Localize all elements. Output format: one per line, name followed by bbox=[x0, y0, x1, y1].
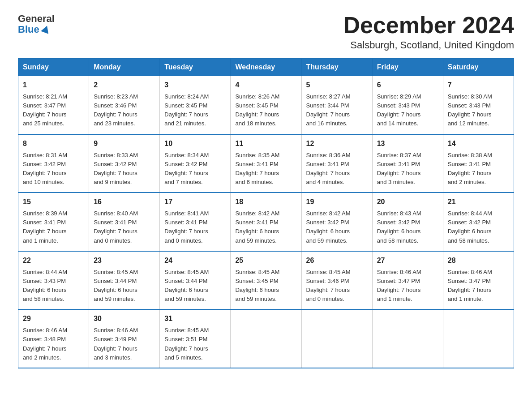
day-number: 28 bbox=[448, 255, 509, 266]
header-day-saturday: Saturday bbox=[443, 59, 514, 76]
logo: General Blue bbox=[18, 13, 55, 35]
day-info: Sunrise: 8:33 AMSunset: 3:42 PMDaylight:… bbox=[94, 151, 155, 187]
calendar-cell: 30Sunrise: 8:46 AMSunset: 3:49 PMDayligh… bbox=[89, 309, 160, 368]
week-row-1: 8Sunrise: 8:31 AMSunset: 3:42 PMDaylight… bbox=[18, 134, 514, 193]
calendar-cell: 24Sunrise: 8:45 AMSunset: 3:44 PMDayligh… bbox=[160, 251, 231, 310]
calendar-cell: 27Sunrise: 8:46 AMSunset: 3:47 PMDayligh… bbox=[372, 251, 443, 310]
day-info: Sunrise: 8:46 AMSunset: 3:49 PMDaylight:… bbox=[94, 326, 155, 362]
calendar-cell: 8Sunrise: 8:31 AMSunset: 3:42 PMDaylight… bbox=[18, 134, 89, 193]
calendar-cell: 26Sunrise: 8:45 AMSunset: 3:46 PMDayligh… bbox=[301, 251, 372, 310]
day-info: Sunrise: 8:24 AMSunset: 3:45 PMDaylight:… bbox=[164, 92, 226, 128]
calendar-cell: 22Sunrise: 8:44 AMSunset: 3:43 PMDayligh… bbox=[18, 251, 89, 310]
calendar-cell: 1Sunrise: 8:21 AMSunset: 3:47 PMDaylight… bbox=[18, 76, 89, 134]
calendar-cell: 15Sunrise: 8:39 AMSunset: 3:41 PMDayligh… bbox=[18, 193, 89, 251]
week-row-0: 1Sunrise: 8:21 AMSunset: 3:47 PMDaylight… bbox=[18, 76, 514, 134]
calendar-cell: 29Sunrise: 8:46 AMSunset: 3:48 PMDayligh… bbox=[18, 309, 89, 368]
day-number: 27 bbox=[377, 255, 438, 266]
header-day-tuesday: Tuesday bbox=[160, 59, 231, 76]
day-number: 23 bbox=[94, 255, 155, 266]
day-info: Sunrise: 8:44 AMSunset: 3:43 PMDaylight:… bbox=[23, 268, 84, 304]
calendar-cell bbox=[372, 309, 443, 368]
calendar-cell bbox=[231, 309, 301, 368]
day-number: 10 bbox=[164, 138, 226, 149]
calendar-cell: 12Sunrise: 8:36 AMSunset: 3:41 PMDayligh… bbox=[301, 134, 372, 193]
calendar-cell bbox=[443, 309, 514, 368]
day-number: 25 bbox=[235, 255, 296, 266]
day-number: 12 bbox=[306, 138, 368, 149]
calendar-cell: 25Sunrise: 8:45 AMSunset: 3:45 PMDayligh… bbox=[231, 251, 301, 310]
day-number: 16 bbox=[94, 197, 155, 207]
calendar-cell: 18Sunrise: 8:42 AMSunset: 3:41 PMDayligh… bbox=[231, 193, 301, 251]
calendar-cell: 17Sunrise: 8:41 AMSunset: 3:41 PMDayligh… bbox=[160, 193, 231, 251]
day-info: Sunrise: 8:31 AMSunset: 3:42 PMDaylight:… bbox=[23, 151, 84, 187]
day-info: Sunrise: 8:46 AMSunset: 3:47 PMDaylight:… bbox=[448, 268, 509, 304]
day-info: Sunrise: 8:21 AMSunset: 3:47 PMDaylight:… bbox=[23, 92, 84, 128]
svg-marker-0 bbox=[41, 25, 51, 34]
calendar-cell: 16Sunrise: 8:40 AMSunset: 3:41 PMDayligh… bbox=[89, 193, 160, 251]
day-number: 2 bbox=[94, 80, 155, 90]
day-number: 8 bbox=[23, 138, 84, 149]
day-number: 1 bbox=[23, 80, 84, 90]
calendar-cell: 14Sunrise: 8:38 AMSunset: 3:41 PMDayligh… bbox=[443, 134, 514, 193]
day-info: Sunrise: 8:45 AMSunset: 3:51 PMDaylight:… bbox=[164, 326, 226, 362]
calendar-cell: 6Sunrise: 8:29 AMSunset: 3:43 PMDaylight… bbox=[372, 76, 443, 134]
day-number: 15 bbox=[23, 197, 84, 207]
day-info: Sunrise: 8:40 AMSunset: 3:41 PMDaylight:… bbox=[94, 209, 155, 245]
day-info: Sunrise: 8:29 AMSunset: 3:43 PMDaylight:… bbox=[377, 92, 438, 128]
title-block: December 2024 Salsburgh, Scotland, Unite… bbox=[343, 13, 514, 51]
day-info: Sunrise: 8:43 AMSunset: 3:42 PMDaylight:… bbox=[377, 209, 438, 245]
calendar-cell: 11Sunrise: 8:35 AMSunset: 3:41 PMDayligh… bbox=[231, 134, 301, 193]
day-number: 3 bbox=[164, 80, 226, 90]
calendar-cell: 3Sunrise: 8:24 AMSunset: 3:45 PMDaylight… bbox=[160, 76, 231, 134]
logo-triangle-icon bbox=[41, 25, 51, 34]
day-info: Sunrise: 8:45 AMSunset: 3:45 PMDaylight:… bbox=[235, 268, 296, 304]
day-number: 19 bbox=[306, 197, 368, 207]
calendar-cell: 4Sunrise: 8:26 AMSunset: 3:45 PMDaylight… bbox=[231, 76, 301, 134]
calendar-table: SundayMondayTuesdayWednesdayThursdayFrid… bbox=[18, 58, 514, 368]
day-info: Sunrise: 8:45 AMSunset: 3:46 PMDaylight:… bbox=[306, 268, 368, 304]
day-number: 30 bbox=[94, 313, 155, 324]
day-info: Sunrise: 8:42 AMSunset: 3:42 PMDaylight:… bbox=[306, 209, 368, 245]
day-number: 7 bbox=[448, 80, 509, 90]
day-number: 17 bbox=[164, 197, 226, 207]
calendar-cell: 7Sunrise: 8:30 AMSunset: 3:43 PMDaylight… bbox=[443, 76, 514, 134]
day-number: 26 bbox=[306, 255, 368, 266]
day-info: Sunrise: 8:34 AMSunset: 3:42 PMDaylight:… bbox=[164, 151, 226, 187]
day-number: 14 bbox=[448, 138, 509, 149]
calendar-cell: 20Sunrise: 8:43 AMSunset: 3:42 PMDayligh… bbox=[372, 193, 443, 251]
calendar-cell: 5Sunrise: 8:27 AMSunset: 3:44 PMDaylight… bbox=[301, 76, 372, 134]
logo-blue-text: Blue bbox=[18, 24, 55, 35]
calendar-cell: 19Sunrise: 8:42 AMSunset: 3:42 PMDayligh… bbox=[301, 193, 372, 251]
calendar-cell: 10Sunrise: 8:34 AMSunset: 3:42 PMDayligh… bbox=[160, 134, 231, 193]
day-info: Sunrise: 8:46 AMSunset: 3:47 PMDaylight:… bbox=[377, 268, 438, 304]
page-header: General Blue December 2024 Salsburgh, Sc… bbox=[18, 13, 514, 51]
day-info: Sunrise: 8:37 AMSunset: 3:41 PMDaylight:… bbox=[377, 151, 438, 187]
day-number: 5 bbox=[306, 80, 368, 90]
header-row: SundayMondayTuesdayWednesdayThursdayFrid… bbox=[18, 59, 514, 76]
logo-general-text: General bbox=[18, 13, 55, 24]
header-day-sunday: Sunday bbox=[18, 59, 89, 76]
day-number: 29 bbox=[23, 313, 84, 324]
day-info: Sunrise: 8:42 AMSunset: 3:41 PMDaylight:… bbox=[235, 209, 296, 245]
day-number: 13 bbox=[377, 138, 438, 149]
day-info: Sunrise: 8:26 AMSunset: 3:45 PMDaylight:… bbox=[235, 92, 296, 128]
calendar-cell: 28Sunrise: 8:46 AMSunset: 3:47 PMDayligh… bbox=[443, 251, 514, 310]
week-row-3: 22Sunrise: 8:44 AMSunset: 3:43 PMDayligh… bbox=[18, 251, 514, 310]
day-number: 18 bbox=[235, 197, 296, 207]
calendar-cell: 13Sunrise: 8:37 AMSunset: 3:41 PMDayligh… bbox=[372, 134, 443, 193]
calendar-cell bbox=[301, 309, 372, 368]
day-info: Sunrise: 8:38 AMSunset: 3:41 PMDaylight:… bbox=[448, 151, 509, 187]
header-day-wednesday: Wednesday bbox=[231, 59, 301, 76]
calendar-cell: 9Sunrise: 8:33 AMSunset: 3:42 PMDaylight… bbox=[89, 134, 160, 193]
day-number: 20 bbox=[377, 197, 438, 207]
day-info: Sunrise: 8:36 AMSunset: 3:41 PMDaylight:… bbox=[306, 151, 368, 187]
header-day-thursday: Thursday bbox=[301, 59, 372, 76]
calendar-cell: 31Sunrise: 8:45 AMSunset: 3:51 PMDayligh… bbox=[160, 309, 231, 368]
calendar-cell: 23Sunrise: 8:45 AMSunset: 3:44 PMDayligh… bbox=[89, 251, 160, 310]
day-number: 31 bbox=[164, 313, 226, 324]
day-info: Sunrise: 8:45 AMSunset: 3:44 PMDaylight:… bbox=[164, 268, 226, 304]
day-info: Sunrise: 8:27 AMSunset: 3:44 PMDaylight:… bbox=[306, 92, 368, 128]
week-row-2: 15Sunrise: 8:39 AMSunset: 3:41 PMDayligh… bbox=[18, 193, 514, 251]
day-number: 21 bbox=[448, 197, 509, 207]
month-title: December 2024 bbox=[343, 13, 514, 37]
